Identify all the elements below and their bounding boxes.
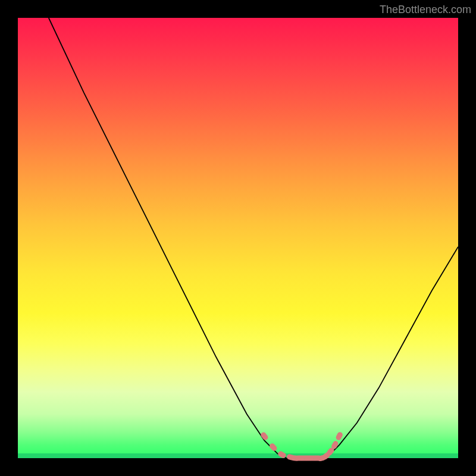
series-left-curve — [49, 18, 287, 458]
chart-container: TheBottleneck.com — [0, 0, 476, 476]
marker-group — [260, 431, 344, 462]
curve-group — [49, 18, 458, 458]
marker-pill — [335, 431, 343, 441]
marker-pill — [260, 431, 270, 441]
curve-svg — [18, 18, 458, 458]
plot-area — [18, 18, 458, 458]
series-right-curve — [326, 247, 458, 458]
marker-pill — [268, 442, 278, 452]
watermark-text: TheBottleneck.com — [380, 4, 471, 16]
